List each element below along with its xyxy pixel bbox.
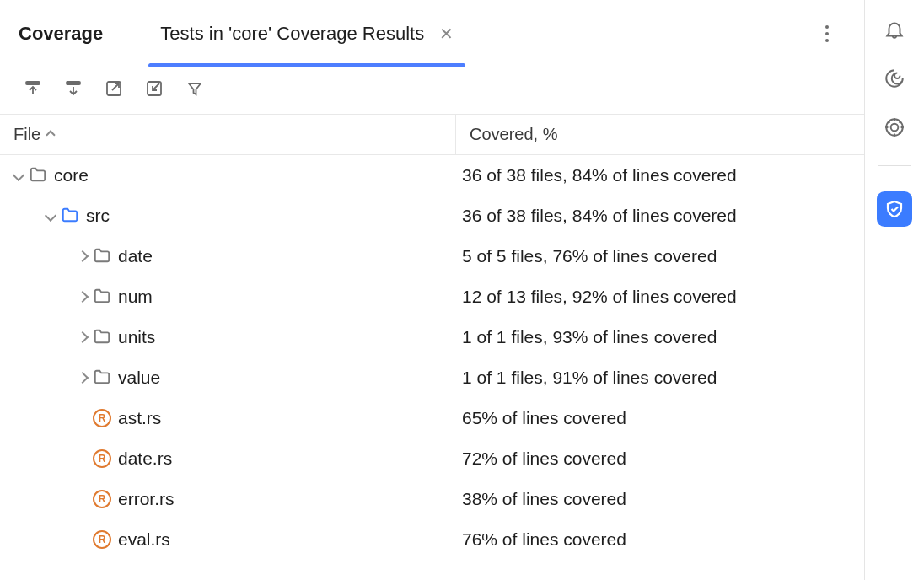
tree-row[interactable]: eval.rs76% of lines covered <box>0 519 864 560</box>
tree-row[interactable]: date.rs72% of lines covered <box>0 438 864 479</box>
tree-row-name-cell: core <box>0 165 455 185</box>
tree-row-label: date <box>118 246 153 266</box>
column-covered[interactable]: Covered, % <box>455 115 864 154</box>
tree-row-label: units <box>118 327 155 347</box>
tree-row-coverage: 1 of 1 files, 91% of lines covered <box>455 368 864 388</box>
coverage-shield-icon[interactable] <box>877 191 912 227</box>
folder-icon <box>93 368 111 387</box>
column-covered-label: Covered, % <box>470 125 558 144</box>
tree-row[interactable]: ast.rs65% of lines covered <box>0 398 864 438</box>
rust-file-icon <box>93 449 111 468</box>
notifications-icon[interactable] <box>882 17 907 42</box>
tab-label: Tests in 'core' Coverage Results <box>160 23 424 45</box>
tree-row[interactable]: units1 of 1 files, 93% of lines covered <box>0 317 864 357</box>
rust-file-icon <box>93 530 111 549</box>
folder-open-icon <box>61 207 79 225</box>
tree-row-name-cell: error.rs <box>0 489 455 509</box>
folder-icon <box>93 328 111 346</box>
tree-row[interactable]: core36 of 38 files, 84% of lines covered <box>0 155 864 196</box>
tree-row-label: core <box>54 165 89 185</box>
tree-row-name-cell: eval.rs <box>0 529 455 550</box>
tree-row-coverage: 12 of 13 files, 92% of lines covered <box>455 287 864 307</box>
tree-row-coverage: 36 of 38 files, 84% of lines covered <box>455 165 864 185</box>
tree-row-coverage: 72% of lines covered <box>455 448 864 469</box>
tree-row[interactable]: src36 of 38 files, 84% of lines covered <box>0 196 864 236</box>
folder-icon <box>93 287 111 306</box>
sidebar-divider <box>878 165 911 166</box>
rust-plugin-icon[interactable] <box>882 115 907 140</box>
tree-row-coverage: 5 of 5 files, 76% of lines covered <box>455 246 864 266</box>
active-tab-indicator <box>148 63 465 67</box>
chevron-right-icon[interactable] <box>73 250 93 263</box>
tree-row-coverage: 38% of lines covered <box>455 489 864 509</box>
folder-icon <box>93 247 111 266</box>
export-icon[interactable] <box>105 79 123 102</box>
column-file[interactable]: File <box>0 125 455 144</box>
tab-coverage-results[interactable]: Tests in 'core' Coverage Results ✕ <box>148 0 465 67</box>
import-icon[interactable] <box>145 79 164 102</box>
tree-row-name-cell: num <box>0 287 455 307</box>
tree-row[interactable]: error.rs38% of lines covered <box>0 479 864 519</box>
tree-row-label: value <box>118 368 160 388</box>
panel-title: Coverage <box>19 0 103 67</box>
tree-row-label: num <box>118 287 153 307</box>
chevron-right-icon[interactable] <box>73 330 93 344</box>
tree-row[interactable]: date5 of 5 files, 76% of lines covered <box>0 236 864 277</box>
sort-asc-icon <box>46 130 56 139</box>
tree-row-coverage: 36 of 38 files, 84% of lines covered <box>455 206 864 226</box>
right-sidebar <box>865 0 924 580</box>
navigate-down-icon[interactable] <box>64 79 83 102</box>
rust-file-icon <box>93 409 111 427</box>
columns-header: File Covered, % <box>0 115 864 155</box>
tree-row-name-cell: ast.rs <box>0 408 455 428</box>
tree-row-name-cell: src <box>0 206 455 226</box>
tree-row-name-cell: date <box>0 246 455 266</box>
swirl-icon[interactable] <box>882 66 907 91</box>
more-options-icon[interactable] <box>825 25 829 42</box>
rust-file-icon <box>93 490 111 508</box>
tree-row-label: date.rs <box>118 448 172 469</box>
navigate-up-icon[interactable] <box>24 79 42 102</box>
chevron-right-icon[interactable] <box>73 290 93 303</box>
tree-row-coverage: 76% of lines covered <box>455 529 864 550</box>
tree-row-label: ast.rs <box>118 408 161 428</box>
tree-row-name-cell: value <box>0 368 455 388</box>
coverage-tree: core36 of 38 files, 84% of lines covered… <box>0 155 864 580</box>
panel-header: Coverage Tests in 'core' Coverage Result… <box>0 0 864 67</box>
tree-row-coverage: 1 of 1 files, 93% of lines covered <box>455 327 864 347</box>
chevron-right-icon[interactable] <box>73 371 93 384</box>
tree-row-coverage: 65% of lines covered <box>455 408 864 428</box>
tree-row-name-cell: units <box>0 327 455 347</box>
tree-row-label: error.rs <box>118 489 175 509</box>
filter-icon[interactable] <box>185 79 204 102</box>
svg-rect-1 <box>67 82 80 84</box>
header-actions <box>825 0 864 67</box>
column-file-label: File <box>13 125 40 144</box>
tree-row[interactable]: value1 of 1 files, 91% of lines covered <box>0 357 864 398</box>
tree-row-label: eval.rs <box>118 529 170 550</box>
svg-point-5 <box>891 124 899 132</box>
tree-row-label: src <box>86 206 110 226</box>
chevron-down-icon[interactable] <box>8 169 29 182</box>
coverage-toolbar <box>0 67 864 115</box>
folder-icon <box>29 166 47 185</box>
tree-row-name-cell: date.rs <box>0 448 455 469</box>
close-tab-icon[interactable]: ✕ <box>439 24 454 44</box>
chevron-down-icon[interactable] <box>40 209 61 223</box>
tree-row[interactable]: num12 of 13 files, 92% of lines covered <box>0 277 864 317</box>
svg-rect-0 <box>26 82 40 84</box>
